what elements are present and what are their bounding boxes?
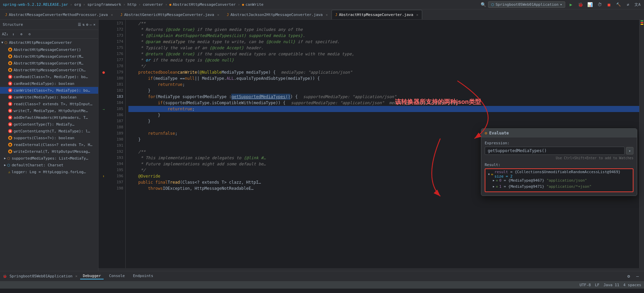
- debug-settings-btn[interactable]: ⚙: [625, 273, 632, 280]
- breakpoint-179[interactable]: ●: [102, 70, 105, 75]
- main-layout: Structure ☰ ⇅ ⚙ — × AZ↓ ↕ ⊕ ⊖ ▼ ⬡ Abstra…: [0, 20, 644, 271]
- item4-label: canRead(Class<?>, MediaType): bo…: [14, 75, 88, 79]
- breadcrumb-org[interactable]: org: [74, 2, 81, 7]
- debug-tab-console-label: Console: [109, 274, 125, 278]
- sidebar-item-7[interactable]: m canWrite(MediaType): boolean: [0, 94, 98, 100]
- line-174: * @param mediaType the media type to wri…: [128, 39, 639, 45]
- expand-btn[interactable]: ⊕: [18, 31, 25, 38]
- sidebar-item-6[interactable]: m canWrite(Class<?>, MediaType): bo…: [0, 87, 98, 94]
- sidebar-item-8[interactable]: m read(Class<? extends T>, HttpInput…: [0, 100, 98, 107]
- tab2-close[interactable]: ✕: [217, 13, 219, 17]
- line-184: if (supportedMediaType.isCompatibleWith(…: [128, 100, 639, 106]
- sidebar-settings-btn[interactable]: ⚙: [86, 22, 88, 27]
- sidebar-item-14[interactable]: m readInternal(Class<? extends T>, H…: [0, 141, 98, 148]
- eval-icon: ⚙: [485, 131, 487, 135]
- gutter-192: [99, 149, 109, 155]
- eval-expression-input[interactable]: [485, 147, 625, 155]
- result-root-triangle[interactable]: ▼: [488, 173, 490, 176]
- stop-button[interactable]: ■: [605, 1, 613, 8]
- run-config[interactable]: ⬡ Springboot05Web01Application ▾: [488, 1, 565, 8]
- gutter-198: [99, 185, 109, 191]
- sidebar-item-3[interactable]: m AbstractHttpMessageConverter(Ch…: [0, 67, 98, 73]
- ln-187: 187: [109, 118, 123, 124]
- tab-1[interactable]: J AbstractMessageConverterMethodProcesso…: [1, 10, 117, 19]
- sidebar-item-15[interactable]: m writeInternal(T, HttpOutputMessag…: [0, 148, 98, 155]
- sidebar-item-17[interactable]: ▶ ⬡ defaultCharset: Charset: [0, 162, 98, 168]
- item6-label: canWrite(Class<?>, MediaType): bo…: [14, 88, 90, 93]
- breadcrumb-method[interactable]: canWrite: [246, 2, 264, 7]
- ln-185: 185: [109, 106, 123, 112]
- gutter-190: [99, 136, 109, 143]
- sidebar-item-9[interactable]: m write(T, MediaType, HttpOutputMe…: [0, 107, 98, 114]
- sort-visibility-btn[interactable]: ↕: [10, 31, 17, 38]
- sidebar-header: Structure ☰ ⇅ ⚙ — ×: [0, 20, 98, 30]
- coverage-button[interactable]: 📊: [586, 1, 594, 8]
- line-175: * Typically the value of an {@code Accep…: [128, 45, 639, 51]
- tab4-close[interactable]: ✕: [416, 13, 418, 17]
- status-encoding[interactable]: UTF-8: [579, 283, 591, 287]
- debug-tab-endpoints[interactable]: Endpoints: [130, 273, 156, 279]
- sidebar-item-13[interactable]: m supports(Class<?>): boolean: [0, 134, 98, 141]
- ln-174: 174: [109, 39, 123, 45]
- find-icon[interactable]: 🔍: [481, 2, 486, 7]
- tab2-label: AbstractGenericHttpMessageConverter.java: [124, 13, 214, 17]
- translate-icon[interactable]: 文A: [634, 1, 641, 8]
- line-186: }: [128, 112, 639, 118]
- horizontal-scrollbar[interactable]: [99, 268, 644, 271]
- ln-196: 196: [109, 173, 123, 179]
- sync-button[interactable]: ⇄: [624, 1, 632, 8]
- sidebar-fields-group[interactable]: ▶ ⬡ supportedMediaTypes: List<MediaTy…: [0, 155, 98, 162]
- sidebar-item-10[interactable]: m addDefaultHeaders(HttpHeaders, T…: [0, 114, 98, 121]
- eval-dropdown-btn[interactable]: ▾: [626, 147, 633, 154]
- sidebar-item-2[interactable]: m AbstractHttpMessageConverter(M…: [0, 60, 98, 67]
- item6-icon: m: [8, 88, 12, 92]
- debug-button[interactable]: 🐞: [577, 1, 584, 8]
- result-0-triangle[interactable]: ▶: [493, 179, 495, 182]
- top-bar-right: 🔍 ⬡ Springboot05Web01Application ▾ ▶ 🐞 📊…: [481, 1, 641, 8]
- line-numbers: 171 172 173 174 175 176 177 178 179 180 …: [109, 20, 126, 268]
- sidebar-item-5[interactable]: m canRead(MediaType): boolean: [0, 80, 98, 87]
- sidebar-hide-btn[interactable]: ×: [93, 22, 95, 27]
- debug-tab-debugger[interactable]: Debugger: [80, 273, 104, 279]
- profile-button[interactable]: ⏱: [596, 1, 603, 8]
- result-1-triangle[interactable]: ▶: [493, 185, 495, 188]
- sidebar-title: Structure: [3, 22, 23, 27]
- run-button[interactable]: ▶: [567, 1, 575, 8]
- tab1-close[interactable]: ✕: [111, 13, 113, 17]
- sidebar-item-12[interactable]: m getContentLength(T, MediaType): l…: [0, 128, 98, 134]
- breadcrumb-converter[interactable]: converter: [143, 2, 163, 7]
- debug-tab-console[interactable]: Console: [106, 273, 127, 279]
- sidebar-collapse-btn[interactable]: ☰: [78, 22, 81, 27]
- sidebar-sort-btn[interactable]: ⇅: [83, 22, 85, 27]
- status-line-endings[interactable]: LF: [595, 283, 599, 287]
- ln-176: 176: [109, 51, 123, 57]
- breadcrumb-springframework[interactable]: springframework: [87, 2, 121, 7]
- debug-sep: ×: [75, 274, 77, 278]
- breadcrumb-class[interactable]: AbstractHttpMessageConverter: [173, 2, 236, 7]
- build-button[interactable]: 🔨: [615, 1, 622, 8]
- sidebar-item-4[interactable]: m canRead(Class<?>, MediaType): bo…: [0, 73, 98, 80]
- get-supported-mediatypes-call[interactable]: getSupportedMediaTypes(): [231, 94, 290, 100]
- tree-root-icon: ⬡: [4, 41, 7, 44]
- debug-tab-debugger-label: Debugger: [83, 274, 101, 278]
- item1-label: AbstractHttpMessageConverter(M…: [14, 54, 83, 59]
- tab-3[interactable]: J AbstractJackson2HttpMessageConverter.j…: [223, 10, 332, 19]
- sidebar-item-18[interactable]: ⚠ logger: Log = HttpLogging.forLog…: [0, 168, 98, 175]
- tree-root[interactable]: ▼ ⬡ AbstractHttpMessageConverter: [0, 39, 98, 46]
- tab-4[interactable]: J AbstractHttpMessageConverter.java ✕: [332, 10, 422, 19]
- breadcrumb-jar[interactable]: spring-web-5.2.12.RELEASE.jar: [3, 2, 68, 7]
- tab3-icon: J: [227, 13, 229, 17]
- collapse-btn[interactable]: ⊖: [26, 31, 33, 38]
- debug-close-btn[interactable]: —: [634, 273, 641, 280]
- line-185: return true ;: [128, 106, 639, 112]
- sort-alpha-btn[interactable]: AZ↓: [1, 31, 9, 38]
- sidebar-close-btn[interactable]: —: [90, 22, 92, 27]
- result-root-text: result = {Collections$UnmodifiableRandom…: [495, 170, 630, 179]
- sidebar-item-0[interactable]: m AbstractHttpMessageConverter(): [0, 46, 98, 53]
- sidebar-item-11[interactable]: m getContentType(T): MediaTy…: [0, 121, 98, 128]
- tab-2[interactable]: J AbstractGenericHttpMessageConverter.ja…: [117, 10, 223, 19]
- status-indent[interactable]: 4 spaces: [623, 283, 641, 287]
- sidebar-item-1[interactable]: m AbstractHttpMessageConverter(M…: [0, 53, 98, 60]
- tab3-close[interactable]: ✕: [326, 13, 328, 17]
- breadcrumb-http[interactable]: http: [127, 2, 137, 7]
